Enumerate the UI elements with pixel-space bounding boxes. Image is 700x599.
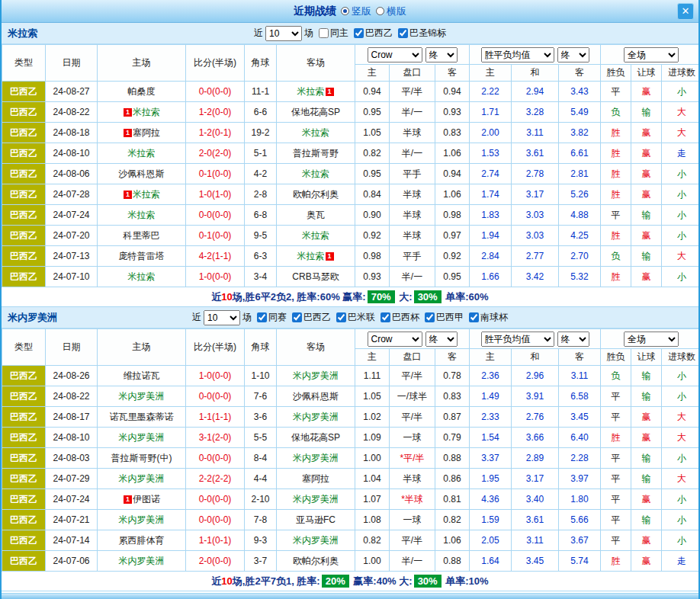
avg-type-select[interactable]: 胜平负均值 (481, 47, 554, 62)
avg-type-select[interactable]: 胜平负均值 (481, 332, 554, 347)
result-cell: 胜 (601, 226, 631, 246)
match-row: 巴西乙24-08-181塞阿拉1-2(0-1)19-2米拉索1.05半球0.83… (2, 123, 700, 143)
home-odds-cell: 1.02 (355, 407, 390, 428)
checkbox-巴米联[interactable] (336, 312, 346, 322)
goals-result-cell: 小 (662, 489, 700, 510)
avg-draw-cell: 3.61 (512, 143, 559, 164)
checkbox-label: 巴西乙 (303, 311, 331, 324)
column-subheader: 主 (355, 349, 390, 366)
filter-checkbox-巴西杯[interactable]: 巴西杯 (381, 311, 419, 324)
handicap-cell: 半球 (390, 184, 435, 205)
radio-horizontal-layout[interactable]: 横版 (376, 5, 406, 18)
radio-selected-icon (341, 7, 349, 15)
avg-time-select[interactable]: 终 (557, 47, 589, 62)
rank-badge: 1 (326, 252, 334, 261)
away-team-cell: 欧帕尔利奥 (277, 551, 355, 572)
filter-checkbox-同赛[interactable]: 同赛 (257, 311, 287, 324)
column-subheader: 和 (512, 349, 559, 366)
date-cell: 24-07-24 (46, 489, 98, 510)
away-team-cell: 塞阿拉 (277, 469, 355, 489)
checkbox-南球杯[interactable] (469, 312, 479, 322)
handicap-cell: 平/半 (390, 407, 435, 428)
team-label: 米内罗美洲 (293, 494, 339, 505)
avg-home-cell: 2.00 (470, 123, 512, 143)
filter-checkbox-巴米联[interactable]: 巴米联 (336, 311, 375, 324)
avg-away-cell: 4.25 (559, 226, 601, 246)
team-label: 米拉索 (297, 251, 325, 261)
handicap-cell: 平/半 (390, 82, 435, 102)
rank-badge: 1 (124, 495, 132, 504)
filter-checkbox-巴西乙[interactable]: 巴西乙 (292, 311, 331, 324)
avg-draw-cell: 3.17 (512, 469, 559, 489)
column-header: 比分(半场) (186, 329, 245, 366)
avg-away-cell: 3.11 (559, 366, 601, 386)
checkbox-巴圣锦标[interactable] (398, 28, 408, 38)
summary-row: 近10场,胜6平2负2, 胜率:60% 赢率:70% 大:30% 单率:60% (2, 287, 698, 307)
corner-cell: 6-3 (245, 246, 277, 267)
odds-time-select[interactable]: 终 (425, 47, 458, 62)
away-odds-cell: 0.97 (435, 226, 470, 246)
odds-company-select[interactable]: Crow (368, 47, 422, 62)
match-count-select[interactable]: 10 (265, 26, 302, 41)
team-label: 米拉索 (128, 210, 156, 220)
filter-controls: 近10场同赛巴西乙巴米联巴西杯巴西甲南球杯 (122, 310, 578, 325)
away-odds-cell: 0.86 (435, 469, 470, 489)
handicap-result-cell: 赢 (631, 82, 662, 102)
avg-home-cell: 1.49 (470, 386, 512, 407)
radio-vertical-layout[interactable]: 竖版 (341, 5, 371, 18)
handicap-result-cell: 赢 (631, 407, 662, 428)
home-team-cell: 米拉索 (98, 267, 186, 287)
avg-home-cell: 1.95 (470, 469, 512, 489)
away-team-cell: 米拉索1 (277, 82, 355, 102)
filter-checkbox-南球杯[interactable]: 南球杯 (469, 311, 508, 324)
header-dropdown-cell: 全场 (601, 45, 700, 65)
goals-result-cell: 小 (662, 164, 700, 184)
checkbox-巴西杯[interactable] (381, 312, 390, 322)
away-team-cell: 保地花高SP (277, 102, 355, 123)
avg-draw-cell: 3.91 (512, 386, 559, 407)
home-odds-cell: 1.11 (355, 366, 390, 386)
avg-draw-cell: 2.96 (512, 366, 559, 386)
header-dropdown-cell: 全场 (601, 329, 700, 349)
home-team-cell: 庞特普雷塔 (98, 246, 186, 267)
rate-badge: 30% (414, 575, 442, 588)
score-cell: 1-2(0-0) (186, 102, 245, 123)
corner-cell: 5-1 (245, 143, 277, 164)
match-row: 巴西乙24-07-14累西腓体育1-1(0-1)9-3米内罗美洲0.82平/半1… (2, 530, 700, 551)
handicap-cell: 平手 (390, 246, 435, 267)
goals-result-cell: 小 (662, 82, 700, 102)
scope-select[interactable]: 全场 (624, 47, 679, 62)
handicap-result-cell: 输 (631, 246, 662, 267)
column-subheader: 让球 (631, 349, 662, 366)
date-cell: 24-08-17 (46, 407, 98, 428)
checkbox-同赛[interactable] (257, 312, 267, 322)
summary-row: 近10场,胜2平7负1, 胜率:20% 赢率:40% 大:30% 单率:10% (2, 572, 698, 591)
avg-time-select[interactable]: 终 (557, 332, 589, 347)
filter-checkbox-巴西甲[interactable]: 巴西甲 (425, 311, 464, 324)
filter-checkbox-巴圣锦标[interactable]: 巴圣锦标 (398, 27, 446, 40)
date-cell: 24-07-20 (46, 226, 98, 246)
filter-checkbox-同主[interactable]: 同主 (319, 27, 348, 40)
bottom-strip (2, 593, 698, 599)
home-odds-cell: 1.05 (355, 386, 390, 407)
team-label: 米内罗美洲 (119, 391, 165, 402)
league-cell: 巴西乙 (2, 551, 46, 572)
summary-text: 大: (397, 290, 413, 304)
score-cell: 1-0(0-0) (186, 366, 245, 386)
close-button[interactable]: ✕ (677, 3, 694, 20)
match-count-select[interactable]: 10 (204, 310, 240, 325)
goals-result-cell: 小 (662, 386, 700, 407)
checkbox-同主[interactable] (319, 28, 329, 38)
home-odds-cell: 0.82 (355, 143, 390, 164)
handicap-cell: 半球 (390, 226, 435, 246)
scope-select[interactable]: 全场 (624, 332, 679, 347)
odds-company-select[interactable]: Crow (368, 332, 422, 347)
handicap-result-cell: 赢 (631, 428, 662, 448)
checkbox-巴西乙[interactable] (292, 312, 302, 322)
checkbox-巴西甲[interactable] (425, 312, 435, 322)
checkbox-巴西乙[interactable] (354, 28, 364, 38)
result-cell: 平 (601, 386, 631, 407)
filter-checkbox-巴西乙[interactable]: 巴西乙 (354, 27, 393, 40)
odds-time-select[interactable]: 终 (425, 332, 458, 347)
league-cell: 巴西乙 (2, 226, 46, 246)
